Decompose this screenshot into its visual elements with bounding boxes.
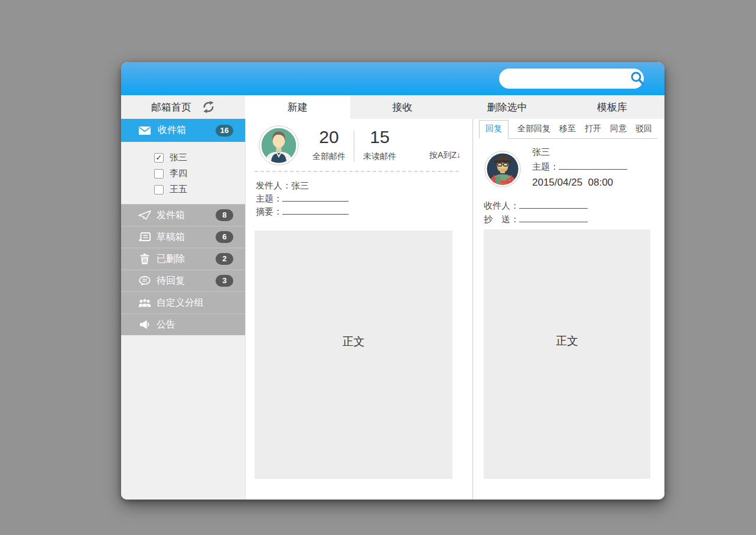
message-subject-label: 主题： (532, 161, 559, 171)
sidebar-item-announcements[interactable]: 公告 (121, 313, 245, 335)
action-reply-all[interactable]: 全部回复 (517, 121, 550, 138)
summary-line: 摘要： (256, 205, 348, 218)
message-sender-name: 张三 (532, 144, 627, 159)
action-reply[interactable]: 回复 (479, 120, 509, 139)
folder-label: 待回复 (157, 275, 185, 287)
compose-panel: 20 全部邮件 15 未读邮件 按A到Z↓ 发件人：张三 主题： (245, 119, 472, 500)
sidebar: 收件箱 16 ✓ 张三 李四 (121, 119, 245, 500)
sender-value: 张三 (291, 180, 309, 190)
unread-mail-count: 15 (359, 127, 400, 147)
recipient-label: 收件人： (484, 200, 519, 210)
checkbox-zhangsan[interactable]: ✓ (154, 153, 164, 163)
folder-label: 自定义分组 (157, 297, 204, 309)
subject-line: 主题： (256, 192, 348, 205)
sidebar-item-deleted[interactable]: 已删除 2 (121, 248, 245, 270)
mail-app-window: 邮箱首页 新建 接收 删除选中 模板库 (121, 62, 664, 500)
megaphone-icon (138, 320, 152, 329)
reader-action-tabs: 回复 全部回复 移至 打开 同意 驳回 (479, 122, 657, 139)
folder-label: 草稿箱 (157, 231, 185, 244)
tab-template-library[interactable]: 模板库 (560, 95, 665, 119)
action-open[interactable]: 打开 (585, 121, 601, 138)
contact-name: 张三 (170, 152, 187, 163)
sent-count-badge: 8 (216, 209, 233, 221)
sidebar-item-inbox[interactable]: 收件箱 16 (121, 119, 245, 142)
body-row: 收件箱 16 ✓ 张三 李四 (121, 119, 664, 500)
paper-plane-icon (138, 210, 152, 220)
body-placeholder-text: 正文 (343, 334, 365, 349)
main-tabs: 新建 接收 删除选中 模板库 (245, 95, 664, 119)
sidebar-item-sent[interactable]: 发件箱 8 (121, 204, 245, 226)
contact-row-lisi[interactable]: 李四 (154, 166, 245, 181)
action-move-to[interactable]: 移至 (559, 121, 576, 138)
cc-blank-line (519, 214, 588, 222)
people-group-icon (138, 299, 152, 307)
sort-a-to-z-control[interactable]: 按A到Z↓ (400, 150, 461, 161)
message-sender-avatar (484, 151, 521, 190)
contact-row-wangwu[interactable]: 王五 (154, 181, 245, 197)
dashed-divider (255, 171, 459, 172)
message-datetime: 2015/04/25 08:00 (532, 175, 627, 190)
folder-label: 公告 (157, 319, 175, 331)
desktop-background: 邮箱首页 新建 接收 删除选中 模板库 (0, 0, 756, 535)
tab-receive[interactable]: 接收 (350, 95, 455, 119)
compose-body-area: 正文 (255, 231, 452, 479)
envelope-icon (138, 127, 152, 135)
subject-label: 主题： (256, 193, 282, 203)
top-row: 邮箱首页 新建 接收 删除选中 模板库 (121, 95, 664, 119)
message-subject-line: 主题： (532, 159, 627, 174)
compose-fields: 发件人：张三 主题： 摘要： (256, 179, 348, 218)
tab-compose[interactable]: 新建 (245, 95, 350, 119)
tab-delete-selected[interactable]: 删除选中 (455, 95, 560, 119)
stat-total-mail: 20 全部邮件 (305, 127, 353, 162)
search-input[interactable] (499, 74, 630, 84)
mailbox-home-link[interactable]: 邮箱首页 (151, 100, 191, 114)
contact-name: 王五 (170, 184, 187, 195)
unread-mail-label: 未读邮件 (359, 151, 400, 162)
message-body-area: 正文 (484, 229, 650, 479)
body-placeholder-text: 正文 (556, 333, 578, 349)
recipient-blank-line (519, 200, 588, 209)
sender-avatar (259, 125, 299, 168)
folder-label: 已删除 (157, 253, 185, 265)
recipient-fields: 收件人： 抄 送： (484, 199, 588, 226)
sidebar-header: 邮箱首页 (121, 95, 245, 119)
subject-blank-line (282, 193, 348, 202)
summary-blank-line (282, 206, 348, 215)
chat-bubble-icon (138, 276, 152, 286)
checkbox-lisi[interactable] (154, 169, 164, 179)
sender-line: 发件人：张三 (256, 179, 348, 192)
sender-label: 发件人： (256, 180, 291, 190)
sidebar-item-custom-groups[interactable]: 自定义分组 (121, 291, 245, 313)
message-header-info: 张三 主题： 2015/04/25 08:00 (532, 144, 627, 190)
contact-name: 李四 (170, 168, 187, 179)
drafts-count-badge: 6 (216, 231, 233, 243)
draft-icon (138, 232, 152, 242)
action-reject[interactable]: 驳回 (636, 121, 652, 138)
refresh-icon[interactable] (202, 100, 215, 114)
message-subject-blank (559, 161, 627, 170)
contact-filter-list: ✓ 张三 李四 王五 (121, 142, 245, 204)
summary-label: 摘要： (256, 206, 282, 216)
folder-label: 发件箱 (157, 209, 185, 222)
checkbox-wangwu[interactable] (154, 185, 164, 194)
search-icon[interactable] (630, 71, 645, 86)
cc-label: 抄 送： (484, 214, 519, 224)
trash-icon (138, 254, 152, 264)
inbox-count-badge: 16 (216, 125, 233, 137)
stat-unread-mail: 15 未读邮件 (359, 127, 400, 162)
action-agree[interactable]: 同意 (610, 121, 627, 138)
recipient-line: 收件人： (484, 199, 588, 212)
sidebar-item-pending-reply[interactable]: 待回复 3 (121, 270, 245, 291)
contact-row-zhangsan[interactable]: ✓ 张三 (154, 150, 245, 166)
checkmark-icon: ✓ (156, 154, 162, 161)
total-mail-label: 全部邮件 (305, 151, 353, 162)
sidebar-item-drafts[interactable]: 草稿箱 6 (121, 226, 245, 248)
reader-panel: 回复 全部回复 移至 打开 同意 驳回 (472, 119, 664, 500)
app-header (121, 62, 664, 95)
inbox-label: 收件箱 (158, 124, 186, 137)
stat-divider (354, 131, 354, 161)
deleted-count-badge: 2 (216, 253, 233, 265)
pending-reply-count-badge: 3 (216, 275, 233, 287)
total-mail-count: 20 (305, 127, 353, 147)
cc-line: 抄 送： (484, 212, 588, 226)
